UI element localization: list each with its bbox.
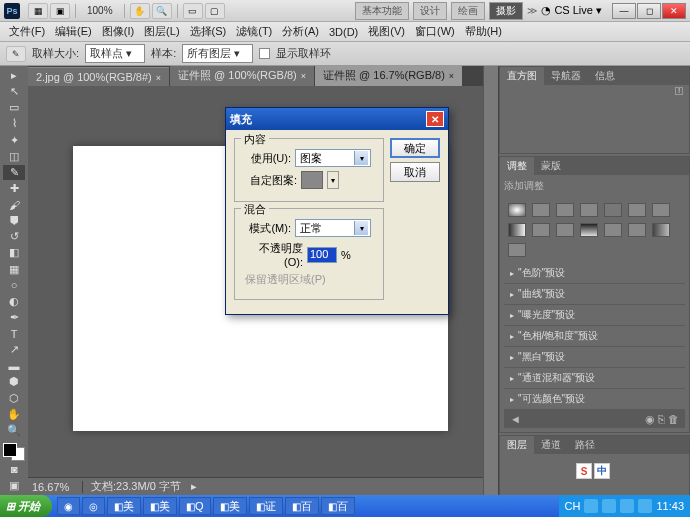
tab-paths[interactable]: 路径 bbox=[568, 436, 602, 454]
menu-help[interactable]: 帮助(H) bbox=[460, 22, 507, 41]
zoom-tool-icon[interactable]: 🔍 bbox=[152, 3, 172, 19]
preset-clip-icon[interactable]: ◉ ⎘ 🗑 bbox=[645, 413, 679, 426]
preset-curves[interactable]: "曲线"预设 bbox=[504, 284, 685, 305]
tab-adjustments[interactable]: 调整 bbox=[500, 157, 534, 175]
menu-file[interactable]: 文件(F) bbox=[4, 22, 50, 41]
preset-channelmixer[interactable]: "通道混和器"预设 bbox=[504, 368, 685, 389]
quicklaunch-item[interactable]: ◉ bbox=[57, 497, 80, 515]
photofilter-icon[interactable] bbox=[532, 223, 550, 237]
posterize-icon[interactable] bbox=[604, 223, 622, 237]
menu-filter[interactable]: 滤镜(T) bbox=[231, 22, 277, 41]
shape-tool[interactable]: ▬ bbox=[3, 358, 25, 373]
gradient-tool[interactable]: ▦ bbox=[3, 262, 25, 277]
cancel-button[interactable]: 取消 bbox=[390, 162, 440, 182]
curves-icon[interactable] bbox=[556, 203, 574, 217]
menu-layer[interactable]: 图层(L) bbox=[139, 22, 184, 41]
tray-icon[interactable] bbox=[620, 499, 634, 513]
menu-window[interactable]: 窗口(W) bbox=[410, 22, 460, 41]
tray-icon[interactable] bbox=[638, 499, 652, 513]
path-tool[interactable]: ↗ bbox=[3, 342, 25, 357]
chevron-right-icon[interactable]: ≫ bbox=[527, 5, 537, 16]
dialog-close-button[interactable]: ✕ bbox=[426, 111, 444, 127]
screen-mode-icon[interactable]: ▢ bbox=[205, 3, 225, 19]
pen-tool[interactable]: ✒ bbox=[3, 310, 25, 325]
maximize-button[interactable]: ◻ bbox=[637, 3, 661, 19]
invert-icon[interactable] bbox=[580, 223, 598, 237]
lasso-tool[interactable]: ⌇ bbox=[3, 116, 25, 131]
opacity-input[interactable]: 100 bbox=[307, 247, 337, 263]
cslive-button[interactable]: ◔ CS Live ▾ bbox=[541, 4, 602, 17]
menu-view[interactable]: 视图(V) bbox=[363, 22, 410, 41]
mode-select[interactable]: 正常 bbox=[295, 219, 371, 237]
eraser-tool[interactable]: ◧ bbox=[3, 245, 25, 260]
preset-back-icon[interactable]: ◄ bbox=[510, 413, 521, 425]
arrange-icon[interactable]: ▭ bbox=[183, 3, 203, 19]
colorbalance-icon[interactable] bbox=[652, 203, 670, 217]
taskbar-item[interactable]: ◧ 美 bbox=[143, 497, 177, 515]
eyedropper-tool[interactable]: ✎ bbox=[3, 165, 25, 180]
zoom-field[interactable]: 16.67% bbox=[28, 481, 83, 493]
dodge-tool[interactable]: ◐ bbox=[3, 294, 25, 309]
brush-tool[interactable]: 🖌 bbox=[3, 197, 25, 212]
tab-doc-1[interactable]: 2.jpg @ 100%(RGB/8#)× bbox=[28, 67, 169, 86]
crop-tool[interactable]: ◫ bbox=[3, 149, 25, 164]
start-button[interactable]: ⊞ 开始 bbox=[0, 495, 52, 517]
minimize-button[interactable]: — bbox=[612, 3, 636, 19]
tab-layers[interactable]: 图层 bbox=[500, 436, 534, 454]
tab-navigator[interactable]: 导航器 bbox=[544, 67, 588, 85]
tray-icon[interactable] bbox=[584, 499, 598, 513]
dialog-title-bar[interactable]: 填充 ✕ bbox=[226, 108, 448, 130]
move-tool[interactable]: ↖ bbox=[3, 84, 25, 99]
preset-bw[interactable]: "黑白"预设 bbox=[504, 347, 685, 368]
sample-size-select[interactable]: 取样点 ▾ bbox=[85, 44, 145, 63]
3d-tool[interactable]: ⬢ bbox=[3, 374, 25, 389]
blur-tool[interactable]: ○ bbox=[3, 278, 25, 293]
hand-tool[interactable]: ✋ bbox=[3, 407, 25, 422]
use-select[interactable]: 图案 bbox=[295, 149, 371, 167]
show-ring-checkbox[interactable] bbox=[259, 48, 270, 59]
collapse-icon[interactable]: ▸ bbox=[3, 68, 25, 83]
tab-doc-2[interactable]: 证件照 @ 100%(RGB/8)× bbox=[170, 66, 314, 86]
history-brush-tool[interactable]: ↺ bbox=[3, 229, 25, 244]
eyedropper-tool-preset-icon[interactable]: ✎ bbox=[6, 46, 26, 62]
system-tray[interactable]: CH 11:43 bbox=[559, 495, 690, 517]
preset-hue[interactable]: "色相/饱和度"预设 bbox=[504, 326, 685, 347]
tray-icon[interactable] bbox=[602, 499, 616, 513]
menu-3d[interactable]: 3D(D) bbox=[324, 24, 363, 40]
workspace-essentials[interactable]: 基本功能 bbox=[355, 2, 409, 20]
exposure-icon[interactable] bbox=[580, 203, 598, 217]
zoom-display[interactable]: 100% bbox=[81, 5, 119, 16]
gradientmap-icon[interactable] bbox=[652, 223, 670, 237]
wand-tool[interactable]: ✦ bbox=[3, 133, 25, 148]
brightness-icon[interactable] bbox=[508, 203, 526, 217]
workspace-design[interactable]: 设计 bbox=[413, 2, 447, 20]
chevron-right-icon[interactable]: ▸ bbox=[191, 480, 197, 493]
tab-doc-3[interactable]: 证件照 @ 16.7%(RGB/8)× bbox=[315, 66, 462, 86]
menu-image[interactable]: 图像(I) bbox=[97, 22, 139, 41]
sample-layers-select[interactable]: 所有图层 ▾ bbox=[182, 44, 253, 63]
pattern-swatch[interactable] bbox=[301, 171, 323, 189]
clock[interactable]: 11:43 bbox=[656, 500, 684, 512]
tab-channels[interactable]: 通道 bbox=[534, 436, 568, 454]
taskbar-item[interactable]: ◧ 百 bbox=[285, 497, 319, 515]
taskbar-item[interactable]: ◧ 美 bbox=[213, 497, 247, 515]
bw-icon[interactable] bbox=[508, 223, 526, 237]
close-icon[interactable]: × bbox=[301, 71, 306, 81]
zoom-tool[interactable]: 🔍 bbox=[3, 423, 25, 438]
heal-tool[interactable]: ✚ bbox=[3, 181, 25, 196]
hue-icon[interactable] bbox=[628, 203, 646, 217]
workspace-painting[interactable]: 绘画 bbox=[451, 2, 485, 20]
tab-masks[interactable]: 蒙版 bbox=[534, 157, 568, 175]
taskbar-item[interactable]: ◧ 百 bbox=[321, 497, 355, 515]
quicklaunch-item[interactable]: ◎ bbox=[82, 497, 105, 515]
3d-camera-tool[interactable]: ⬡ bbox=[3, 391, 25, 406]
preset-selectivecolor[interactable]: "可选颜色"预设 bbox=[504, 389, 685, 410]
taskbar-item[interactable]: ◧ 证 bbox=[249, 497, 283, 515]
menu-edit[interactable]: 编辑(E) bbox=[50, 22, 97, 41]
hand-tool-icon[interactable]: ✋ bbox=[130, 3, 150, 19]
tab-histogram[interactable]: 直方图 bbox=[500, 67, 544, 85]
menu-analysis[interactable]: 分析(A) bbox=[277, 22, 324, 41]
tab-info[interactable]: 信息 bbox=[588, 67, 622, 85]
ok-button[interactable]: 确定 bbox=[390, 138, 440, 158]
close-icon[interactable]: × bbox=[156, 73, 161, 83]
